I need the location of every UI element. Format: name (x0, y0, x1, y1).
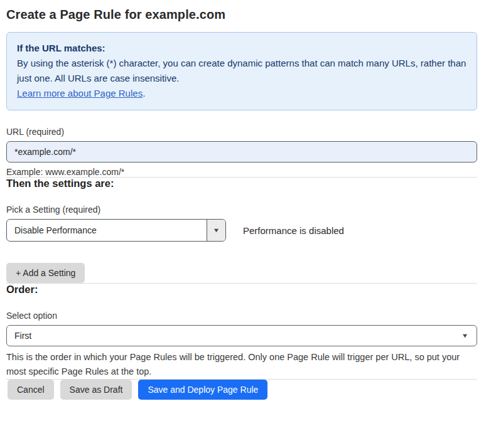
setting-row: Disable Performance ▼ Performance is dis… (6, 219, 477, 242)
order-select-value: First (14, 331, 31, 341)
settings-section-heading: Then the settings are: (6, 178, 477, 189)
order-select-label: Select option (6, 311, 477, 321)
page-rule-form: Create a Page Rule for example.com If th… (0, 0, 496, 407)
url-field-label: URL (required) (6, 127, 477, 137)
setting-select-value: Disable Performance (7, 220, 207, 241)
info-box-heading: If the URL matches: (17, 41, 466, 56)
setting-status-text: Performance is disabled (243, 225, 344, 236)
url-match-info-box: If the URL matches: By using the asteris… (6, 32, 477, 110)
order-description: This is the order in which your Page Rul… (6, 350, 477, 379)
order-select[interactable]: First ▼ (6, 325, 477, 346)
save-deploy-button[interactable]: Save and Deploy Page Rule (138, 380, 267, 400)
setting-select-arrow-button[interactable]: ▼ (207, 220, 225, 241)
pick-setting-label: Pick a Setting (required) (6, 205, 477, 215)
info-box-body: By using the asterisk (*) character, you… (17, 56, 466, 86)
footer-actions: Cancel Save as Draft Save and Deploy Pag… (6, 380, 477, 407)
setting-select[interactable]: Disable Performance ▼ (6, 219, 226, 242)
save-draft-button[interactable]: Save as Draft (60, 380, 132, 400)
url-input[interactable] (6, 141, 477, 163)
info-box-link-line: Learn more about Page Rules. (17, 86, 466, 101)
chevron-down-icon: ▼ (212, 228, 220, 233)
add-setting-button[interactable]: + Add a Setting (6, 263, 85, 283)
cancel-button[interactable]: Cancel (8, 380, 54, 400)
url-example-text: Example: www.example.com/* (6, 167, 477, 177)
page-title: Create a Page Rule for example.com (6, 8, 477, 22)
learn-more-link[interactable]: Learn more about Page Rules (17, 88, 143, 99)
order-section-heading: Order: (6, 284, 477, 296)
link-suffix: . (143, 88, 145, 99)
chevron-down-icon: ▼ (461, 333, 469, 339)
